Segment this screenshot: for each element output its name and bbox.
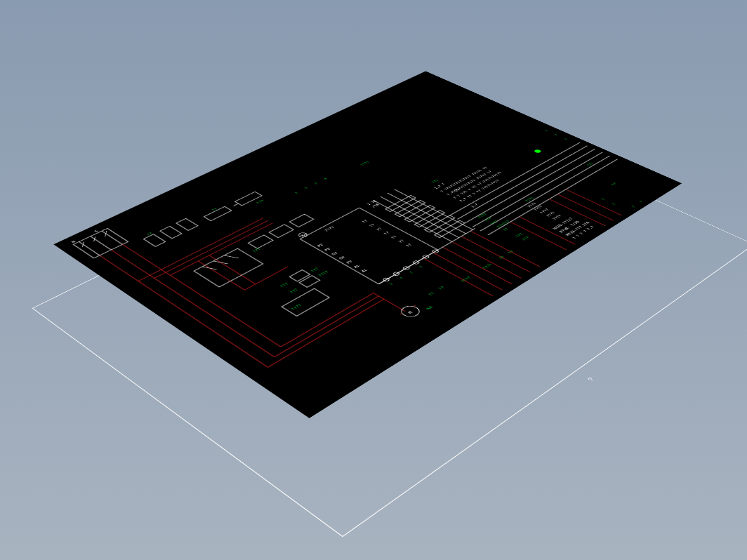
svg-text:7: 7 <box>313 182 319 185</box>
svg-line-5 <box>90 236 100 242</box>
label-n: N <box>71 240 77 244</box>
svg-line-80 <box>472 152 602 227</box>
terminal-dot <box>534 149 543 153</box>
svg-line-81 <box>480 156 610 231</box>
svg-text:?: ? <box>544 130 549 132</box>
svg-text:????: ???? <box>460 276 472 283</box>
svg-line-27 <box>268 299 384 367</box>
svg-text:??: ?? <box>211 208 218 212</box>
svg-rect-9 <box>176 218 198 230</box>
svg-text:?: ? <box>563 138 568 141</box>
svg-text:?: ? <box>554 134 559 137</box>
svg-text:?: ? <box>388 283 394 286</box>
svg-line-1 <box>79 241 100 255</box>
svg-line-12 <box>233 204 238 206</box>
bottom-labels: ?? ?? ???? ???? ?? ?? <box>428 247 515 299</box>
svg-line-45 <box>414 305 416 307</box>
svg-text:?: ? <box>398 276 404 280</box>
svg-line-4 <box>78 241 88 247</box>
svg-text:?: ? <box>418 265 424 269</box>
svg-text:?: ? <box>409 271 414 274</box>
label-s: S <box>93 229 99 233</box>
svg-text:??: ?? <box>610 182 617 186</box>
svg-line-3 <box>102 231 122 244</box>
viewport-3d[interactable]: ? N S <box>0 0 747 560</box>
svg-text:???: ??? <box>256 199 265 204</box>
svg-text:????: ???? <box>552 214 563 220</box>
svg-text:???: ??? <box>310 267 320 273</box>
svg-text:??: ?? <box>145 232 153 236</box>
svg-line-78 <box>457 146 587 220</box>
svg-line-2 <box>91 236 111 250</box>
svg-text:??: ?? <box>428 292 436 297</box>
svg-line-44 <box>400 313 402 314</box>
svg-line-113 <box>433 253 503 290</box>
svg-rect-7 <box>143 234 165 247</box>
power-input-block: N S <box>70 226 128 258</box>
svg-text:?: ? <box>600 198 606 201</box>
svg-text:???: ??? <box>586 162 594 166</box>
drawing-title: ? <box>586 376 596 382</box>
svg-text:??: ?? <box>376 227 383 232</box>
svg-line-112 <box>423 258 493 296</box>
svg-text:?: ? <box>303 187 309 189</box>
svg-line-6 <box>101 231 111 236</box>
svg-text:??: ?? <box>437 286 446 291</box>
svg-text:KA: KA <box>425 305 434 310</box>
svg-text:?: ? <box>638 200 644 203</box>
svg-text:?: ? <box>611 203 616 206</box>
